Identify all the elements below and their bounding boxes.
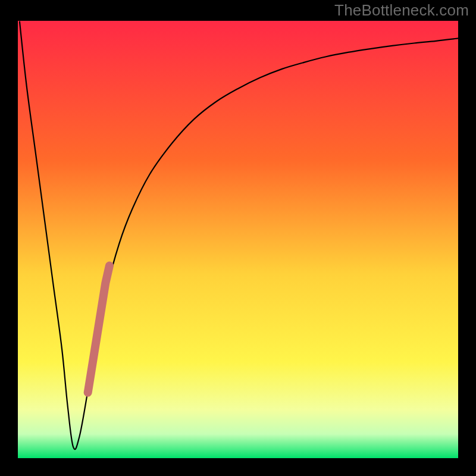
watermark-text: TheBottleneck.com bbox=[334, 1, 469, 20]
bottleneck-chart bbox=[0, 0, 476, 476]
chart-frame: TheBottleneck.com bbox=[0, 0, 476, 476]
